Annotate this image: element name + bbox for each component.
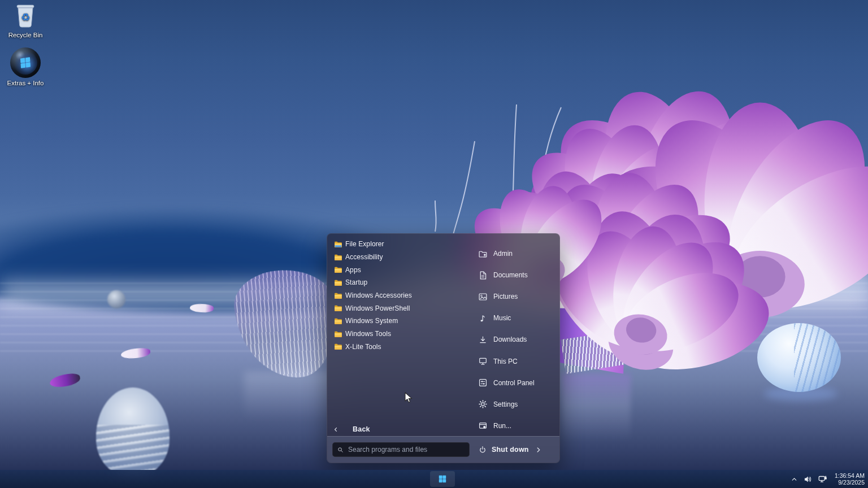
search-box[interactable] xyxy=(332,442,470,457)
start-menu-item-documents[interactable]: Documents xyxy=(470,264,560,286)
folder-icon xyxy=(334,279,342,286)
search-input[interactable] xyxy=(348,446,465,454)
clock-date: 9/23/2025 xyxy=(835,479,865,486)
windows-logo-icon xyxy=(438,474,447,483)
chevron-right-icon[interactable] xyxy=(535,446,542,454)
start-menu-item-pictures[interactable]: Pictures xyxy=(470,286,560,307)
picture-icon xyxy=(478,292,488,302)
system-tray: 1:36:54 AM 9/23/2025 xyxy=(791,470,865,488)
clock-time: 1:36:54 AM xyxy=(835,472,865,480)
desktop-icon-label: Recycle Bin xyxy=(1,32,50,38)
start-menu-item-settings[interactable]: Settings xyxy=(470,394,560,415)
start-menu-item-windows-powershell[interactable]: Windows PowerShell xyxy=(333,302,470,315)
shutdown-button[interactable]: Shut down xyxy=(478,445,542,454)
start-menu-item-music[interactable]: Music xyxy=(470,307,560,329)
tray-chevron-up-icon[interactable] xyxy=(791,476,798,483)
start-menu: File Explorer Accessibility Apps Startup… xyxy=(327,233,560,463)
folder-icon xyxy=(334,254,342,261)
start-menu-footer: Shut down xyxy=(327,436,559,463)
extras-info-icon xyxy=(10,47,41,78)
folder-icon xyxy=(334,292,342,299)
network-icon[interactable] xyxy=(818,474,828,484)
power-icon xyxy=(478,445,487,454)
start-menu-body: File Explorer Accessibility Apps Startup… xyxy=(327,234,559,437)
download-icon xyxy=(478,335,488,345)
start-menu-item-windows-tools[interactable]: Windows Tools xyxy=(333,328,470,341)
volume-icon[interactable] xyxy=(803,474,813,484)
start-menu-item-this-pc[interactable]: This PC xyxy=(470,350,560,372)
recycle-bin-icon: ♻ xyxy=(14,23,37,30)
back-button[interactable]: Back xyxy=(333,422,468,437)
start-menu-item-accessibility[interactable]: Accessibility xyxy=(333,251,470,264)
desktop: ♻ Recycle Bin Extras + Info File Explore… xyxy=(0,0,868,488)
folder-icon xyxy=(334,317,342,325)
file-explorer-folder-icon xyxy=(334,241,342,248)
document-icon xyxy=(478,271,488,280)
folder-icon xyxy=(334,266,342,273)
taskbar-clock[interactable]: 1:36:54 AM 9/23/2025 xyxy=(835,472,865,486)
gear-icon xyxy=(478,399,488,409)
start-menu-folder-list: File Explorer Accessibility Apps Startup… xyxy=(333,238,470,353)
control-panel-icon xyxy=(478,378,488,387)
start-menu-item-run[interactable]: Run... xyxy=(470,415,560,437)
chevron-left-icon xyxy=(333,426,339,433)
start-menu-item-startup[interactable]: Startup xyxy=(333,276,470,289)
svg-text:♻: ♻ xyxy=(21,11,30,23)
start-menu-places-list: Admin Documents Pictures Music Downloads… xyxy=(470,243,560,437)
start-menu-item-control-panel[interactable]: Control Panel xyxy=(470,372,560,394)
start-menu-item-windows-accessories[interactable]: Windows Accessories xyxy=(333,289,470,302)
start-menu-item-windows-system[interactable]: Windows System xyxy=(333,315,470,328)
wallpaper-shell-sphere xyxy=(757,323,841,392)
desktop-icon-label: Extras + Info xyxy=(1,80,50,86)
start-menu-item-apps[interactable]: Apps xyxy=(333,263,470,276)
back-label: Back xyxy=(353,425,370,433)
search-icon xyxy=(337,446,344,454)
start-menu-item-admin[interactable]: Admin xyxy=(470,243,560,264)
start-button[interactable] xyxy=(430,471,455,487)
start-menu-item-x-lite-tools[interactable]: X-Lite Tools xyxy=(333,341,470,354)
desktop-icon-extras-info[interactable]: Extras + Info xyxy=(1,47,50,86)
start-menu-item-downloads[interactable]: Downloads xyxy=(470,329,560,350)
wallpaper-flowers xyxy=(396,34,622,237)
music-note-icon xyxy=(478,313,488,323)
folder-icon xyxy=(334,330,342,338)
folder-icon xyxy=(334,343,342,350)
desktop-icon-recycle-bin[interactable]: ♻ Recycle Bin xyxy=(1,3,50,38)
start-menu-item-file-explorer[interactable]: File Explorer xyxy=(333,238,470,251)
computer-icon xyxy=(478,356,488,366)
run-icon xyxy=(478,421,488,430)
taskbar: 1:36:54 AM 9/23/2025 xyxy=(0,470,868,488)
shutdown-label: Shut down xyxy=(492,446,529,454)
user-folder-icon xyxy=(478,249,488,259)
folder-icon xyxy=(334,304,342,312)
